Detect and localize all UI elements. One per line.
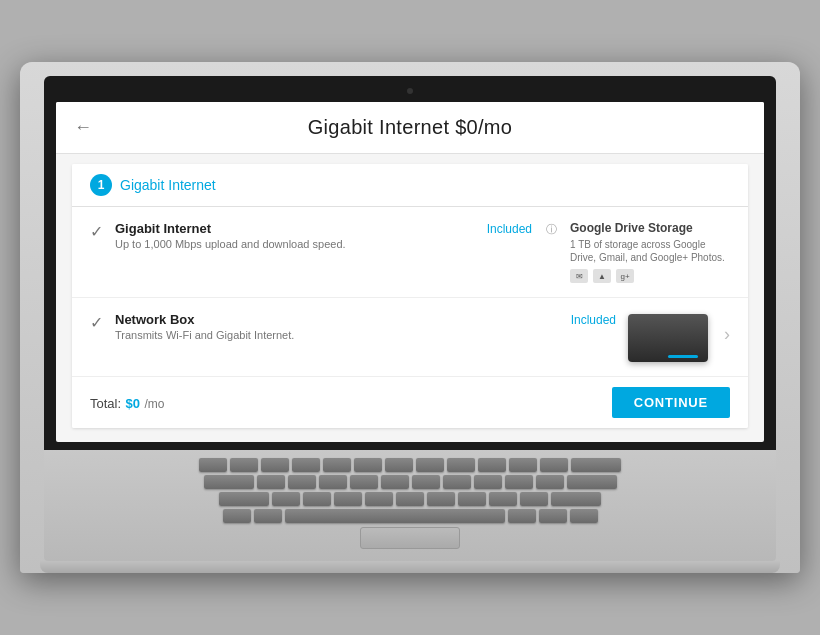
info-desc-storage: 1 TB of storage across Google Drive, Gma…: [570, 238, 730, 264]
keyboard-row-1: [64, 458, 756, 472]
key: [223, 509, 251, 523]
trackpad-area: [64, 527, 756, 555]
section-title: Gigabit Internet: [120, 177, 216, 193]
key: [254, 509, 282, 523]
status-badge-network: Included: [571, 313, 616, 327]
key: [474, 475, 502, 489]
key: [427, 492, 455, 506]
total-label: Total:: [90, 396, 121, 411]
info-title-storage: Google Drive Storage: [570, 221, 730, 235]
chevron-right-icon[interactable]: ›: [724, 324, 730, 345]
key: [536, 475, 564, 489]
network-box-image: [628, 314, 708, 362]
total-per: /mo: [144, 397, 164, 411]
key: [458, 492, 486, 506]
key: [199, 458, 227, 472]
key: [505, 475, 533, 489]
camera-dot: [407, 88, 413, 94]
key: [354, 458, 382, 472]
key: [447, 458, 475, 472]
key: [489, 492, 517, 506]
keyboard-row-3: [64, 492, 756, 506]
email-icon: ✉: [570, 269, 588, 283]
item-name-gigabit: Gigabit Internet: [115, 221, 471, 236]
item-right-network: Included ›: [571, 312, 730, 362]
key: [230, 458, 258, 472]
key: [396, 492, 424, 506]
spacebar-key: [285, 509, 505, 523]
status-badge-gigabit: Included: [487, 222, 532, 236]
item-desc-gigabit: Up to 1,000 Mbps upload and download spe…: [115, 238, 471, 250]
key: [508, 509, 536, 523]
info-block-storage: Google Drive Storage 1 TB of storage acr…: [570, 221, 730, 283]
key: [381, 475, 409, 489]
key: [323, 458, 351, 472]
info-icon[interactable]: ⓘ: [544, 222, 558, 236]
key: [509, 458, 537, 472]
key: [539, 509, 567, 523]
keyboard-row-2: [64, 475, 756, 489]
page-title: Gigabit Internet $0/mo: [308, 116, 513, 139]
item-desc-network: Transmits Wi-Fi and Gigabit Internet.: [115, 329, 555, 341]
main-content-card: 1 Gigabit Internet ✓ Gigabit Internet Up…: [72, 164, 748, 428]
key: [219, 492, 269, 506]
list-item: ✓ Gigabit Internet Up to 1,000 Mbps uplo…: [72, 207, 748, 298]
item-info-network: Network Box Transmits Wi-Fi and Gigabit …: [115, 312, 555, 341]
service-icons: ✉ ▲ g+: [570, 269, 730, 283]
key: [319, 475, 347, 489]
key: [567, 475, 617, 489]
item-info-gigabit: Gigabit Internet Up to 1,000 Mbps upload…: [115, 221, 471, 250]
key: [261, 458, 289, 472]
key: [334, 492, 362, 506]
drive-icon: ▲: [593, 269, 611, 283]
key: [478, 458, 506, 472]
item-name-network: Network Box: [115, 312, 555, 327]
key: [551, 492, 601, 506]
total-section: Total: $0 /mo: [90, 394, 164, 412]
keyboard: [44, 450, 776, 561]
key: [303, 492, 331, 506]
total-amount: $0: [126, 396, 140, 411]
back-button[interactable]: ←: [74, 117, 92, 138]
laptop-bottom: [40, 561, 780, 573]
key: [443, 475, 471, 489]
key: [385, 458, 413, 472]
gplus-icon: g+: [616, 269, 634, 283]
key: [257, 475, 285, 489]
key: [292, 458, 320, 472]
top-bar: ← Gigabit Internet $0/mo: [56, 102, 764, 154]
check-icon: ✓: [90, 222, 103, 241]
continue-button[interactable]: CONTINUE: [612, 387, 730, 418]
check-icon: ✓: [90, 313, 103, 332]
laptop-frame: ← Gigabit Internet $0/mo 1 Gigabit Inter…: [20, 62, 800, 573]
key: [204, 475, 254, 489]
trackpad[interactable]: [360, 527, 460, 549]
key: [272, 492, 300, 506]
key: [540, 458, 568, 472]
key: [365, 492, 393, 506]
key: [350, 475, 378, 489]
screen-bezel: ← Gigabit Internet $0/mo 1 Gigabit Inter…: [44, 76, 776, 450]
list-item: ✓ Network Box Transmits Wi-Fi and Gigabi…: [72, 298, 748, 377]
section-number: 1: [90, 174, 112, 196]
key: [412, 475, 440, 489]
key: [570, 509, 598, 523]
key: [416, 458, 444, 472]
key: [520, 492, 548, 506]
footer-bar: Total: $0 /mo CONTINUE: [72, 377, 748, 428]
section-header: 1 Gigabit Internet: [72, 164, 748, 207]
key: [288, 475, 316, 489]
item-right-gigabit: Included ⓘ Google Drive Storage 1 TB of …: [487, 221, 730, 283]
screen-content: ← Gigabit Internet $0/mo 1 Gigabit Inter…: [56, 102, 764, 442]
keyboard-row-spacebar: [64, 509, 756, 523]
key: [571, 458, 621, 472]
